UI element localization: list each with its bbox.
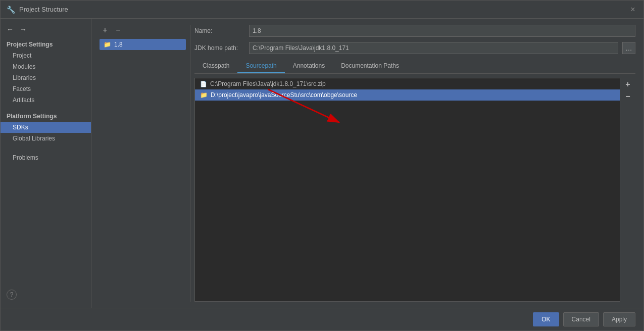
browse-icon: …	[625, 44, 632, 52]
name-label: Name:	[194, 27, 245, 34]
ok-button[interactable]: OK	[533, 312, 559, 326]
title-bar: 🔧 Project Structure ×	[1, 1, 643, 19]
extra-section: Problems	[1, 152, 91, 163]
tab-classpath[interactable]: Classpath	[194, 59, 237, 73]
paths-panel: 📄 C:\Program Files\Java\jdk1.8.0_171\src…	[194, 78, 635, 302]
main-content: + − 📁 1.8 Name:	[91, 19, 643, 308]
project-structure-dialog: 🔧 Project Structure × ← → Project Settin…	[0, 0, 644, 331]
path-item-source-dir[interactable]: 📁 D:\project\javapro\javaSourceStu\src\c…	[195, 89, 620, 101]
zip-icon: 📄	[200, 81, 207, 87]
path-item-src-zip-text: C:\Program Files\Java\jdk1.8.0_171\src.z…	[210, 80, 326, 87]
tab-annotations[interactable]: Annotations	[285, 59, 333, 73]
platform-settings-section: Platform Settings SDKs Global Libraries	[1, 110, 91, 144]
jdk-home-input[interactable]	[249, 42, 618, 54]
path-item-source-dir-text: D:\project\javapro\javaSourceStu\src\com…	[211, 91, 357, 99]
sidebar-item-project[interactable]: Project	[1, 50, 91, 61]
dialog-title: Project Structure	[19, 6, 68, 13]
title-bar-left: 🔧 Project Structure	[7, 6, 68, 14]
top-area: + − 📁 1.8 Name:	[100, 25, 635, 302]
paths-side-btns: + −	[620, 78, 635, 302]
sidebar-item-libraries[interactable]: Libraries	[1, 72, 91, 83]
app-icon: 🔧	[7, 6, 15, 14]
sdk-remove-button[interactable]: −	[113, 25, 124, 36]
sidebar-item-global-libraries[interactable]: Global Libraries	[1, 133, 91, 144]
tab-documentation-paths[interactable]: Documentation Paths	[333, 59, 407, 73]
apply-button[interactable]: Apply	[603, 312, 635, 326]
sidebar-item-sdks[interactable]: SDKs	[1, 122, 91, 133]
sidebar-item-artifacts[interactable]: Artifacts	[1, 94, 91, 106]
dialog-footer: OK Cancel Apply	[1, 308, 643, 330]
source-dir-icon: 📁	[200, 91, 208, 99]
name-input[interactable]	[249, 25, 635, 37]
paths-list: 📄 C:\Program Files\Java\jdk1.8.0_171\src…	[194, 78, 620, 302]
sdk-item-label: 1.8	[114, 41, 123, 48]
name-field-row: Name:	[194, 25, 635, 37]
path-item-src-zip[interactable]: 📄 C:\Program Files\Java\jdk1.8.0_171\src…	[195, 78, 620, 89]
dialog-body: ← → Project Settings Project Modules Lib…	[1, 19, 643, 308]
paths-remove-button[interactable]: −	[622, 91, 633, 102]
help-button[interactable]: ?	[1, 286, 91, 304]
sdk-add-button[interactable]: +	[100, 25, 111, 36]
right-panel: Name: JDK home path: …	[194, 25, 635, 302]
sidebar-item-facets[interactable]: Facets	[1, 83, 91, 94]
sdk-item-jdk18[interactable]: 📁 1.8	[100, 39, 186, 50]
paths-add-button[interactable]: +	[622, 79, 633, 90]
sdk-list-toolbar: + −	[100, 25, 186, 36]
footer-right: OK Cancel Apply	[533, 312, 635, 326]
nav-forward-button[interactable]: →	[18, 24, 29, 35]
cancel-button[interactable]: Cancel	[563, 312, 599, 326]
nav-toolbar: ← →	[1, 23, 91, 38]
platform-settings-header: Platform Settings	[1, 110, 91, 122]
jdk-home-field-row: JDK home path: …	[194, 42, 635, 54]
sidebar-item-problems[interactable]: Problems	[1, 152, 91, 163]
sidebar: ← → Project Settings Project Modules Lib…	[1, 19, 91, 308]
project-settings-header: Project Settings	[1, 38, 91, 50]
tab-sourcepath[interactable]: Sourcepath	[237, 59, 284, 73]
content-wrapper: + − 📁 1.8 Name:	[91, 19, 643, 308]
sidebar-item-modules[interactable]: Modules	[1, 61, 91, 72]
sdk-list-panel: + − 📁 1.8	[100, 25, 190, 302]
help-icon: ?	[7, 290, 17, 300]
tabs-bar: Classpath Sourcepath Annotations Documen…	[194, 59, 635, 74]
sdk-folder-icon: 📁	[104, 41, 111, 48]
jdk-home-label: JDK home path:	[194, 44, 245, 52]
close-button[interactable]: ×	[628, 5, 637, 14]
nav-back-button[interactable]: ←	[5, 24, 16, 35]
browse-button[interactable]: …	[622, 42, 635, 54]
